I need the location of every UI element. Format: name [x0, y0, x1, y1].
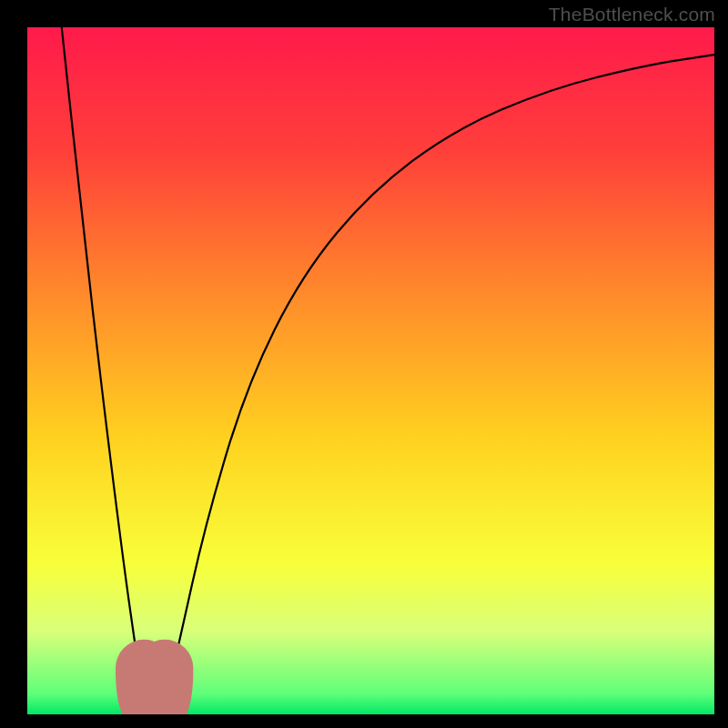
chart-frame: TheBottleneck.com — [0, 0, 728, 728]
curve-markers — [119, 668, 189, 714]
watermark-text: TheBottleneck.com — [549, 4, 715, 25]
bottleneck-chart — [27, 27, 714, 714]
plot-area — [27, 27, 714, 714]
